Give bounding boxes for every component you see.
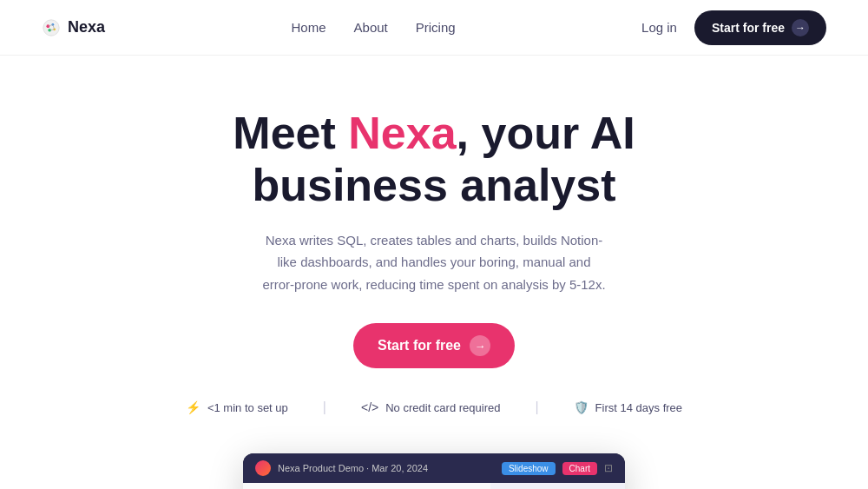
video-logo-icon xyxy=(255,460,271,476)
start-nav-arrow-icon: → xyxy=(792,19,809,36)
hero-subtitle: Nexa writes SQL, creates tables and char… xyxy=(260,229,608,296)
start-for-free-nav-button[interactable]: Start for free → xyxy=(694,10,826,45)
nav-pricing[interactable]: Pricing xyxy=(416,20,456,35)
hero-title: Meet Nexa, your AI business analyst xyxy=(233,108,635,212)
badge-trial-text: First 14 days free xyxy=(595,401,682,414)
video-header-left: Nexa Product Demo · Mar 20, 2024 xyxy=(255,460,428,476)
hero-cta-label: Start for free xyxy=(378,338,461,354)
video-header-bar: Nexa Product Demo · Mar 20, 2024 Slidesh… xyxy=(243,453,625,483)
video-header-right: Slideshow Chart ⊡ xyxy=(502,462,613,475)
badge-separator-2: | xyxy=(535,400,538,415)
hero-title-prefix: Meet xyxy=(233,108,348,158)
login-button[interactable]: Log in xyxy=(641,20,677,35)
hero-title-highlight: Nexa xyxy=(348,108,456,158)
logo-icon xyxy=(42,18,61,37)
nav-links: Home About Pricing xyxy=(292,20,456,35)
nav-actions: Log in Start for free → xyxy=(641,10,826,45)
hero-title-suffix: , your AI xyxy=(457,108,635,158)
logo-text: Nexa xyxy=(68,18,105,36)
navbar: Nexa Home About Pricing Log in Start for… xyxy=(0,0,868,56)
hero-title-line2: business analyst xyxy=(252,160,615,210)
expand-icon: ⊡ xyxy=(604,462,613,474)
svg-point-0 xyxy=(43,19,59,35)
video-preview[interactable]: Nexa Product Demo · Mar 20, 2024 Slidesh… xyxy=(243,453,625,489)
video-right-panel: How can I help you today? What data is i… xyxy=(490,483,625,489)
start-nav-label: Start for free xyxy=(712,21,785,35)
video-body: 🚀 Sales & Marketing Your template dashbo… xyxy=(243,483,625,489)
video-left-panel: 🚀 Sales & Marketing Your template dashbo… xyxy=(243,483,490,489)
badge-trial: 🛡️ First 14 days free xyxy=(574,400,682,414)
nav-about[interactable]: About xyxy=(354,20,388,35)
badge-setup: ⚡ <1 min to set up xyxy=(186,400,288,414)
logo[interactable]: Nexa xyxy=(42,18,105,37)
code-icon: </> xyxy=(361,400,378,414)
hero-badges: ⚡ <1 min to set up | </> No credit card … xyxy=(186,400,682,415)
shield-icon: 🛡️ xyxy=(574,400,589,414)
start-for-free-hero-button[interactable]: Start for free → xyxy=(353,323,515,368)
video-tab-slideshow[interactable]: Slideshow xyxy=(502,462,556,475)
badge-setup-text: <1 min to set up xyxy=(207,401,288,414)
lightning-icon: ⚡ xyxy=(186,400,201,414)
badge-card-text: No credit card required xyxy=(385,401,500,414)
hero-cta-arrow-icon: → xyxy=(470,335,490,356)
hero-section: Meet Nexa, your AI business analyst Nexa… xyxy=(0,56,868,489)
badge-card: </> No credit card required xyxy=(361,400,500,414)
nav-home[interactable]: Home xyxy=(292,20,326,35)
badge-separator-1: | xyxy=(323,400,326,415)
video-header-title: Nexa Product Demo · Mar 20, 2024 xyxy=(278,463,428,473)
video-tab-chart[interactable]: Chart xyxy=(562,462,597,475)
